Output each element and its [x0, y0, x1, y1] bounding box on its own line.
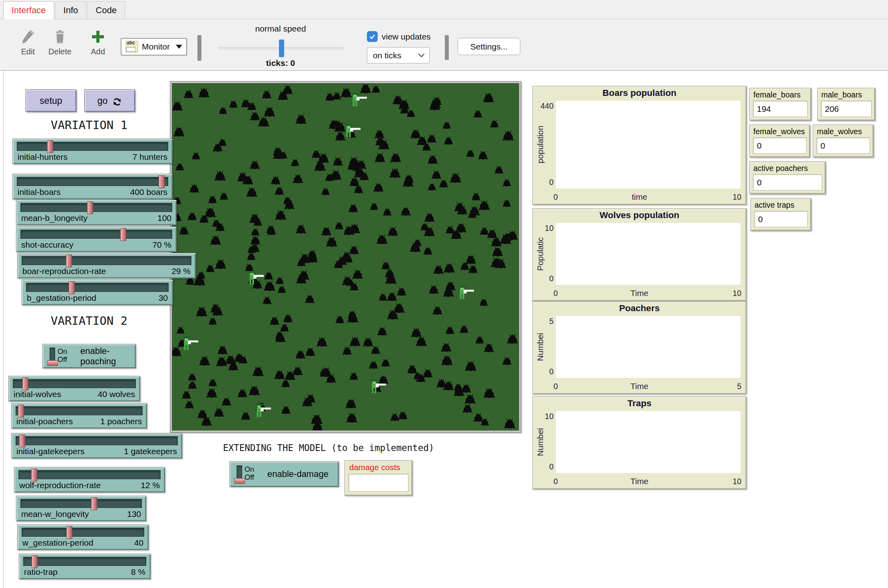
- plot-area: [556, 223, 741, 285]
- slider-handle[interactable]: [120, 228, 126, 241]
- slider-handle[interactable]: [47, 140, 53, 153]
- switch-handle[interactable]: [47, 360, 58, 366]
- widget-chooser-dropdown[interactable]: abc Monitor: [121, 38, 187, 56]
- slider-initial-boars[interactable]: initial-boars400 boars: [12, 174, 173, 199]
- slider-track[interactable]: [20, 203, 172, 212]
- slider-caption: initial-poachers1 poachers: [16, 417, 142, 426]
- slider-handle[interactable]: [66, 254, 72, 267]
- tab-info[interactable]: Info: [55, 1, 87, 19]
- slider-w-gestation-period[interactable]: w_gestation-period40: [17, 524, 149, 550]
- plot-area: [556, 411, 741, 473]
- abc-widget-icon: abc: [125, 41, 138, 53]
- slider-initial-hunters[interactable]: initial-hunters7 hunters: [12, 139, 173, 164]
- slider-handle[interactable]: [18, 405, 24, 417]
- slider-track[interactable]: [17, 177, 168, 186]
- switch-on-label: On: [245, 465, 254, 474]
- slider-track[interactable]: [18, 470, 161, 479]
- switch-lever[interactable]: On Off: [235, 465, 264, 483]
- plot-area: [556, 101, 741, 189]
- slider-handle[interactable]: [87, 201, 93, 214]
- slider-handle[interactable]: [69, 281, 75, 294]
- slider-handle[interactable]: [91, 497, 97, 510]
- add-button[interactable]: Add: [79, 29, 117, 56]
- slider-label: mean-b_longevity: [21, 213, 88, 223]
- slider-track[interactable]: [16, 436, 178, 445]
- plot-xlabel: time: [533, 192, 746, 202]
- slider-b-gestation-period[interactable]: b_gestation-period30: [22, 280, 173, 305]
- variation2-header: VARIATION 2: [0, 314, 178, 328]
- trash-icon: [52, 29, 68, 45]
- view-updates-toggle[interactable]: view updates: [367, 31, 431, 42]
- plot-title: Traps: [533, 398, 746, 409]
- slider-handle[interactable]: [32, 555, 38, 568]
- slider-track[interactable]: [20, 499, 142, 508]
- switch-enable-damage[interactable]: On Off enable-damage: [229, 461, 339, 487]
- plot-boars-population: Boars population4400population010time: [532, 86, 747, 205]
- slider-initial-wolves[interactable]: initial-wolves40 wolves: [8, 376, 140, 401]
- plot-traps: Traps100Numbei010Time: [532, 396, 747, 489]
- slider-track[interactable]: [23, 557, 146, 566]
- slider-track[interactable]: [13, 379, 136, 388]
- switch-lever[interactable]: On Off: [48, 347, 77, 366]
- slider-ratio-trap[interactable]: ratio-trap8 %: [19, 554, 151, 579]
- slider-caption: boar-reproduction-rate29 %: [22, 266, 191, 276]
- tab-code[interactable]: Code: [87, 1, 125, 19]
- slider-label: wolf-reproduction-rate: [19, 481, 101, 490]
- slider-track[interactable]: [22, 256, 191, 265]
- slider-label: initial-boars: [18, 187, 60, 197]
- world-canvas[interactable]: [172, 83, 519, 431]
- switch-on-label: On: [58, 348, 67, 356]
- slider-handle[interactable]: [66, 526, 72, 539]
- plot-poachers: Poachers50Numbei05Time: [532, 301, 747, 394]
- update-mode-dropdown[interactable]: on ticks: [367, 47, 430, 64]
- slider-handle[interactable]: [31, 469, 37, 481]
- hunter-agent[interactable]: [184, 336, 198, 350]
- slider-label: initial-hunters: [18, 152, 68, 162]
- switch-handle[interactable]: [234, 478, 245, 484]
- plot-ymax-tick: 10: [534, 224, 554, 233]
- slider-initial-poachers[interactable]: initial-poachers1 poachers: [11, 403, 147, 429]
- slider-caption: initial-boars400 boars: [18, 187, 167, 197]
- tab-interface[interactable]: Interface: [3, 1, 54, 19]
- toolbar-separator-2: [445, 35, 449, 60]
- setup-button[interactable]: setup: [26, 89, 76, 112]
- speed-slider[interactable]: [218, 47, 343, 49]
- plot-ylabel: Numbei: [534, 326, 546, 368]
- plot-ymin-tick: 0: [534, 367, 554, 376]
- speed-slider-handle[interactable]: [279, 40, 284, 57]
- slider-wolf-reproduction-rate[interactable]: wolf-reproduction-rate12 %: [14, 467, 165, 493]
- world-view[interactable]: [172, 83, 519, 431]
- slider-label: shot-accuracy: [21, 240, 74, 250]
- slider-handle[interactable]: [159, 175, 165, 188]
- slider-track[interactable]: [22, 528, 144, 537]
- slider-handle[interactable]: [22, 377, 28, 390]
- slider-track[interactable]: [20, 230, 172, 239]
- hunter-agent[interactable]: [352, 93, 367, 106]
- slider-value: 1 poachers: [100, 417, 142, 426]
- slider-value: 40 wolves: [98, 389, 135, 399]
- slider-boar-reproduction-rate[interactable]: boar-reproduction-rate29 %: [17, 253, 196, 278]
- slider-shot-accuracy[interactable]: shot-accuracy70 %: [16, 226, 177, 252]
- slider-mean-b-longevity[interactable]: mean-b_longevity100: [16, 200, 177, 225]
- slider-track[interactable]: [16, 406, 143, 415]
- slider-initial-gatekeepers[interactable]: initial-gatekeepers1 gatekeepers: [11, 433, 182, 459]
- slider-value: 70 %: [152, 240, 171, 250]
- delete-button[interactable]: Delete: [41, 29, 79, 56]
- monitor-female-boars: female_boars194: [749, 88, 811, 121]
- hunter-agent[interactable]: [460, 286, 474, 299]
- slider-track[interactable]: [17, 142, 168, 151]
- checkbox-checked-icon[interactable]: [367, 31, 378, 42]
- forever-icon: [112, 97, 122, 107]
- plot-xlabel: Time: [533, 477, 746, 486]
- slider-label: mean-w_longevity: [21, 509, 89, 519]
- world-view-frame: [170, 81, 521, 433]
- plot-ymin-tick: 0: [534, 178, 554, 187]
- slider-handle[interactable]: [19, 435, 25, 447]
- slider-caption: w_gestation-period40: [22, 538, 143, 548]
- slider-track[interactable]: [26, 283, 169, 292]
- switch-enable-poaching[interactable]: On Off enable-poaching: [42, 344, 136, 368]
- slider-mean-w-longevity[interactable]: mean-w_longevity130: [16, 496, 146, 521]
- go-button[interactable]: go: [84, 89, 135, 112]
- update-mode-value: on ticks: [373, 51, 401, 60]
- settings-button[interactable]: Settings...: [458, 38, 520, 55]
